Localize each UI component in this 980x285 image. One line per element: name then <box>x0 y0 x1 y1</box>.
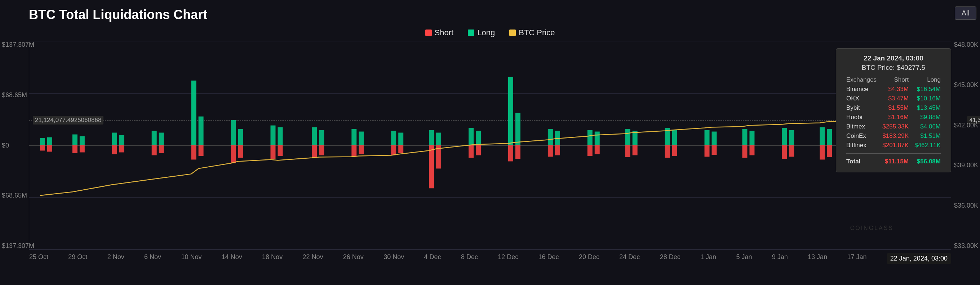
svg-rect-22 <box>238 129 243 146</box>
svg-rect-55 <box>555 146 560 155</box>
svg-rect-80 <box>819 127 825 146</box>
svg-rect-31 <box>319 146 324 155</box>
total-long: $56.08M <box>912 157 943 166</box>
svg-rect-79 <box>789 146 794 157</box>
exchange-bitfinex: Bitfinex <box>843 141 880 150</box>
svg-rect-30 <box>319 130 324 146</box>
svg-rect-5 <box>72 146 78 153</box>
x-5jan: 5 Jan <box>736 253 752 264</box>
tooltip: 22 Jan 2024, 03:00 BTC Price: $40277.5 E… <box>836 48 951 173</box>
svg-rect-77 <box>782 146 787 159</box>
short-color-dot <box>425 30 432 36</box>
svg-rect-53 <box>548 146 553 157</box>
table-row: CoinEx $183.29K $1.51M <box>843 131 943 141</box>
svg-rect-14 <box>159 133 164 146</box>
svg-rect-24 <box>270 125 275 146</box>
x-9jan: 9 Jan <box>772 253 788 264</box>
exchange-huobi: Huobi <box>843 112 880 122</box>
svg-rect-35 <box>359 146 364 154</box>
long-binance: $16.54M <box>912 85 943 94</box>
x-2nov: 2 Nov <box>107 253 124 264</box>
long-color-dot <box>468 30 474 36</box>
svg-rect-37 <box>391 146 396 155</box>
x-29oct: 29 Oct <box>68 253 87 264</box>
x-1jan: 1 Jan <box>700 253 716 264</box>
table-row: OKX $3.47M $10.16M <box>843 94 943 103</box>
long-label: Long <box>477 28 495 37</box>
svg-rect-60 <box>625 129 630 146</box>
x-17jan: 17 Jan <box>847 253 867 264</box>
svg-rect-36 <box>391 131 396 146</box>
svg-rect-56 <box>587 130 593 146</box>
svg-rect-8 <box>112 133 117 146</box>
svg-rect-76 <box>782 128 787 146</box>
y-right-5: $33.00K <box>954 242 978 250</box>
svg-rect-4 <box>72 135 78 146</box>
svg-rect-15 <box>159 146 164 153</box>
svg-rect-59 <box>595 146 600 154</box>
short-coinex: $183.29K <box>880 131 912 141</box>
x-22jan: 22 Jan, 2024, 03:00 <box>887 253 951 264</box>
svg-rect-67 <box>672 146 677 156</box>
svg-rect-75 <box>749 146 754 155</box>
svg-rect-19 <box>199 146 204 156</box>
svg-rect-73 <box>742 146 747 158</box>
svg-rect-6 <box>80 136 85 146</box>
watermark: COINGLASS <box>850 225 894 231</box>
chart-container: All BTC Total Liquidations Chart Short L… <box>0 0 980 285</box>
long-coinex: $1.51M <box>912 131 943 141</box>
total-label: Total <box>843 157 880 166</box>
svg-rect-29 <box>312 146 317 158</box>
svg-rect-72 <box>742 129 747 146</box>
svg-rect-45 <box>469 146 474 158</box>
svg-rect-69 <box>705 146 710 157</box>
svg-rect-68 <box>705 130 710 146</box>
svg-rect-34 <box>359 132 364 146</box>
tooltip-table: Exchanges Short Long Binance $4.33M $16.… <box>843 75 943 166</box>
svg-rect-78 <box>789 130 794 146</box>
svg-rect-13 <box>152 146 157 155</box>
svg-rect-23 <box>238 146 243 158</box>
exchange-okx: OKX <box>843 94 880 103</box>
x-axis: 25 Oct 29 Oct 2 Nov 6 Nov 10 Nov 14 Nov … <box>29 253 951 264</box>
svg-rect-21 <box>231 146 236 163</box>
col-long: Long <box>912 75 943 85</box>
short-bitfinex: $201.87K <box>880 141 912 150</box>
svg-rect-82 <box>827 129 832 146</box>
chart-svg <box>29 41 951 249</box>
y-right-3: $39.00K <box>954 162 978 169</box>
svg-rect-27 <box>278 146 283 156</box>
short-binance: $4.33M <box>880 85 912 94</box>
y-axis-right: $48.00K $45.00K $42.00K $39.00K $36.00K … <box>954 41 978 250</box>
chart-title: BTC Total Liquidations Chart <box>29 7 951 22</box>
legend-price: BTC Price <box>509 28 555 37</box>
x-20dec: 20 Dec <box>579 253 600 264</box>
total-short: $11.15M <box>880 157 912 166</box>
x-13jan: 13 Jan <box>808 253 827 264</box>
col-short: Short <box>880 75 912 85</box>
svg-rect-26 <box>278 127 283 146</box>
x-8dec: 8 Dec <box>461 253 478 264</box>
legend-short: Short <box>425 28 454 37</box>
short-huobi: $1.16M <box>880 112 912 122</box>
svg-rect-65 <box>665 146 670 158</box>
svg-rect-42 <box>436 133 441 146</box>
svg-rect-2 <box>47 138 52 146</box>
svg-rect-18 <box>199 117 204 146</box>
svg-rect-17 <box>191 146 196 160</box>
svg-rect-41 <box>429 146 434 188</box>
tooltip-date: 22 Jan 2024, 03:00 <box>843 54 943 62</box>
short-bybit: $1.55M <box>880 103 912 112</box>
x-24dec: 24 Dec <box>619 253 640 264</box>
x-10nov: 10 Nov <box>181 253 202 264</box>
exchange-bitmex: Bitmex <box>843 122 880 131</box>
all-button[interactable]: All <box>955 6 977 20</box>
short-okx: $3.47M <box>880 94 912 103</box>
svg-rect-63 <box>633 146 638 155</box>
table-row: Bybit $1.55M $13.45M <box>843 103 943 112</box>
svg-rect-58 <box>595 132 600 146</box>
svg-rect-52 <box>548 129 553 146</box>
table-row: Bitmex $255.33K $4.06M <box>843 122 943 131</box>
long-bitfinex: $462.11K <box>912 141 943 150</box>
exchange-bybit: Bybit <box>843 103 880 112</box>
